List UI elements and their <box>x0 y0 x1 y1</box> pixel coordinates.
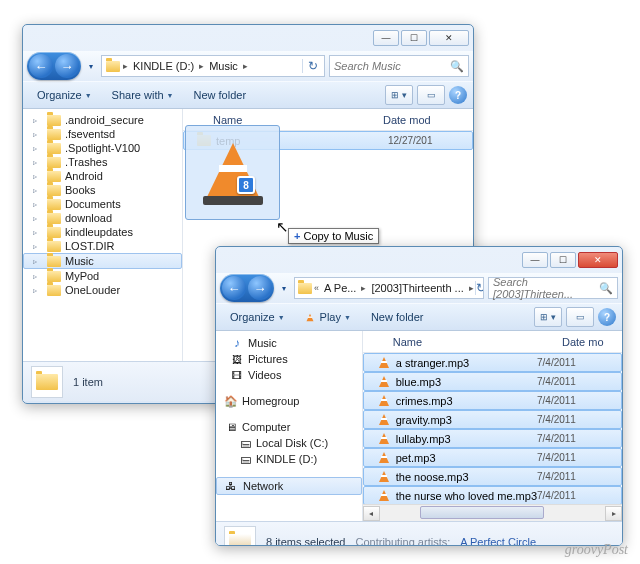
file-list[interactable]: a stranger.mp37/4/2011blue.mp37/4/2011cr… <box>363 353 622 504</box>
tree-item-label: .android_secure <box>65 114 144 126</box>
list-item[interactable]: lullaby.mp37/4/2011 <box>363 429 622 448</box>
column-headers[interactable]: Name Date mod <box>183 109 473 131</box>
computer[interactable]: Computer <box>216 419 362 435</box>
vlc-cone-icon <box>379 452 389 463</box>
scroll-thumb[interactable] <box>420 506 544 519</box>
list-item[interactable]: gravity.mp37/4/2011 <box>363 410 622 429</box>
minimize-button[interactable]: — <box>373 30 399 46</box>
toolbar: Organize▼ Play▼ New folder ⊞ ▾ ▭ ? <box>216 303 622 331</box>
tree-item[interactable]: ▹.Trashes <box>23 155 182 169</box>
list-item[interactable]: the nurse who loved me.mp37/4/2011 <box>363 486 622 504</box>
folder-icon <box>47 143 61 154</box>
maximize-button[interactable]: ☐ <box>401 30 427 46</box>
titlebar[interactable]: — ☐ ✕ <box>216 247 622 273</box>
tree-item[interactable]: ▹.Spotlight-V100 <box>23 141 182 155</box>
play-button[interactable]: Play▼ <box>297 308 359 326</box>
tree-item[interactable]: ▹Documents <box>23 197 182 211</box>
list-item[interactable]: blue.mp37/4/2011 <box>363 372 622 391</box>
new-folder-button[interactable]: New folder <box>363 308 432 326</box>
titlebar[interactable]: — ☐ ✕ <box>23 25 473 51</box>
list-item[interactable]: crimes.mp37/4/2011 <box>363 391 622 410</box>
homegroup[interactable]: Homegroup <box>216 393 362 409</box>
close-button[interactable]: ✕ <box>578 252 618 268</box>
drive-c[interactable]: Local Disk (C:) <box>216 435 362 451</box>
list-item[interactable]: a stranger.mp37/4/2011 <box>363 353 622 372</box>
view-options-button[interactable]: ⊞ ▾ <box>534 307 562 327</box>
vlc-cone-icon <box>379 433 389 444</box>
nav-history-dropdown[interactable]: ▾ <box>85 62 97 71</box>
chevron-right-icon[interactable]: ▸ <box>122 61 129 71</box>
tree-item[interactable]: ▹Music <box>23 253 182 269</box>
forward-button[interactable]: → <box>248 276 272 300</box>
folder-icon <box>47 285 61 296</box>
tree-item[interactable]: ▹MyPod <box>23 269 182 283</box>
organize-button[interactable]: Organize▼ <box>222 308 293 326</box>
share-with-button[interactable]: Share with▼ <box>104 86 182 104</box>
folder-tree[interactable]: ▹.android_secure▹.fseventsd▹.Spotlight-V… <box>23 109 183 361</box>
close-button[interactable]: ✕ <box>429 30 469 46</box>
lib-pictures[interactable]: Pictures <box>216 351 362 367</box>
tree-item[interactable]: ▹OneLouder <box>23 283 182 297</box>
scroll-right-button[interactable]: ▸ <box>605 506 622 521</box>
help-button[interactable]: ? <box>598 308 616 326</box>
tree-item[interactable]: ▹.android_secure <box>23 113 182 127</box>
breadcrumb-seg-album[interactable]: [2003]Thirteenth ... <box>367 282 467 294</box>
tree-item-label: .Spotlight-V100 <box>65 142 140 154</box>
tree-item[interactable]: ▹Books <box>23 183 182 197</box>
chevron-right-icon[interactable]: ▸ <box>242 61 249 71</box>
file-name: a stranger.mp3 <box>396 357 537 369</box>
nav-history-dropdown[interactable]: ▾ <box>278 284 290 293</box>
lib-videos[interactable]: Videos <box>216 367 362 383</box>
network[interactable]: Network <box>216 477 362 495</box>
chevron-left-icon[interactable]: « <box>313 283 320 293</box>
tree-item-label: download <box>65 212 112 224</box>
preview-pane-button[interactable]: ▭ <box>566 307 594 327</box>
column-headers[interactable]: Name Date mo <box>363 331 622 353</box>
chevron-right-icon[interactable]: ▸ <box>468 283 475 293</box>
tree-item[interactable]: ▹LOST.DIR <box>23 239 182 253</box>
breadcrumb-seg-folder[interactable]: Music <box>205 60 242 72</box>
forward-button[interactable]: → <box>55 54 79 78</box>
search-input[interactable]: Search Music 🔍 <box>329 55 469 77</box>
minimize-button[interactable]: — <box>522 252 548 268</box>
maximize-button[interactable]: ☐ <box>550 252 576 268</box>
list-item[interactable]: the noose.mp37/4/2011 <box>363 467 622 486</box>
preview-pane-button[interactable]: ▭ <box>417 85 445 105</box>
chevron-right-icon[interactable]: ▸ <box>198 61 205 71</box>
list-item[interactable]: temp12/27/201 <box>183 131 473 150</box>
breadcrumb[interactable]: « A Pe... ▸ [2003]Thirteenth ... ▸ ↻ <box>294 277 484 299</box>
search-input[interactable]: Search [2003]Thirteen... 🔍 <box>488 277 618 299</box>
new-folder-button[interactable]: New folder <box>186 86 255 104</box>
vlc-cone-icon <box>379 395 389 406</box>
navigation-pane[interactable]: Music Pictures Videos Homegroup Computer… <box>216 331 363 521</box>
vlc-cone-icon <box>379 490 389 501</box>
refresh-button[interactable]: ↻ <box>302 59 322 73</box>
back-button[interactable]: ← <box>222 276 246 300</box>
file-list-panel: Name Date mo a stranger.mp37/4/2011blue.… <box>363 331 622 521</box>
breadcrumb-seg-drive[interactable]: KINDLE (D:) <box>129 60 198 72</box>
column-name-header[interactable]: Name <box>183 114 383 126</box>
back-button[interactable]: ← <box>29 54 53 78</box>
videos-icon <box>230 368 244 382</box>
column-date-header[interactable]: Date mo <box>562 336 622 348</box>
list-item[interactable]: pet.mp37/4/2011 <box>363 448 622 467</box>
view-options-button[interactable]: ⊞ ▾ <box>385 85 413 105</box>
drive-kindle[interactable]: KINDLE (D:) <box>216 451 362 467</box>
organize-button[interactable]: Organize▼ <box>29 86 100 104</box>
lib-music[interactable]: Music <box>216 335 362 351</box>
breadcrumb[interactable]: ▸ KINDLE (D:) ▸ Music ▸ ↻ <box>101 55 325 77</box>
tree-item[interactable]: ▹Android <box>23 169 182 183</box>
scroll-left-button[interactable]: ◂ <box>363 506 380 521</box>
column-name-header[interactable]: Name <box>363 336 562 348</box>
help-button[interactable]: ? <box>449 86 467 104</box>
horizontal-scrollbar[interactable]: ◂ ▸ <box>363 504 622 521</box>
tree-item[interactable]: ▹kindleupdates <box>23 225 182 239</box>
explorer-window-album[interactable]: — ☐ ✕ ← → ▾ « A Pe... ▸ [2003]Thirteenth… <box>215 246 623 546</box>
folder-icon <box>298 280 312 296</box>
breadcrumb-seg-artist[interactable]: A Pe... <box>320 282 360 294</box>
tree-item[interactable]: ▹download <box>23 211 182 225</box>
column-date-header[interactable]: Date mod <box>383 114 473 126</box>
tree-item[interactable]: ▹.fseventsd <box>23 127 182 141</box>
chevron-right-icon[interactable]: ▸ <box>360 283 367 293</box>
refresh-button[interactable]: ↻ <box>475 281 484 295</box>
